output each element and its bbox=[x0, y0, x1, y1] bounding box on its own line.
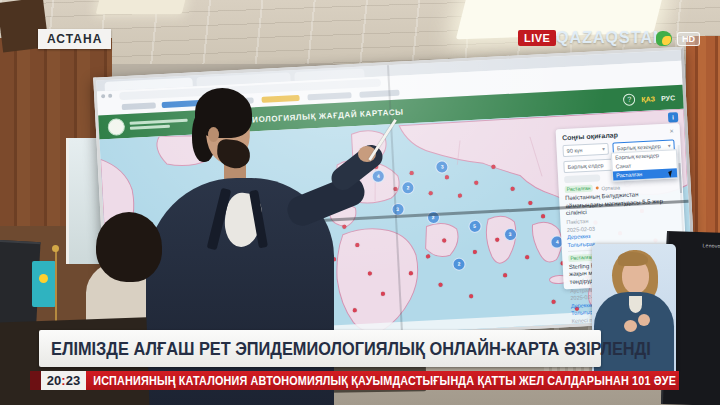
cluster-marker[interactable]: 5 bbox=[468, 219, 482, 233]
org-text-line bbox=[130, 119, 188, 125]
interpreter-hair-fringe bbox=[618, 252, 648, 266]
close-icon[interactable]: × bbox=[670, 127, 674, 134]
event-dot-marker[interactable] bbox=[381, 292, 385, 296]
ticker-clock: 20:23 bbox=[41, 371, 86, 390]
event-dot-marker[interactable] bbox=[528, 201, 532, 205]
event-dot-marker[interactable] bbox=[491, 165, 495, 169]
event-dot-marker[interactable] bbox=[410, 171, 414, 175]
headline-bar: ЕЛІМІЗДЕ АЛҒАШ РЕТ ЭПИДЕМИОЛОГИЯЛЫҚ ОНЛА… bbox=[39, 330, 601, 367]
presenter-hair bbox=[195, 88, 252, 138]
broadcast-frame: ЭПИДЕМИОЛОГИЯЛЫҚ ЖАҒДАЙ КАРТАСЫ ? ҚАЗ РУ… bbox=[0, 0, 720, 405]
ticker-left-cap bbox=[30, 371, 41, 390]
event-dot-marker[interactable] bbox=[469, 294, 473, 298]
org-text-line bbox=[130, 125, 170, 130]
clock-minutes: 23 bbox=[66, 373, 80, 388]
back-icon[interactable] bbox=[101, 94, 105, 98]
kazakhstan-flag bbox=[32, 261, 56, 307]
chevron-down-icon: ▾ bbox=[602, 144, 605, 154]
event-dot-marker[interactable] bbox=[352, 308, 356, 312]
clock-hours: 20 bbox=[47, 373, 61, 388]
bookmark-item[interactable] bbox=[261, 95, 299, 103]
channel-logo-text: QAZAQSTAN bbox=[556, 28, 666, 48]
monitor-brand-label: Lenovo bbox=[702, 242, 720, 249]
event-dot-marker[interactable] bbox=[525, 255, 529, 259]
period-value: 90 күн bbox=[567, 147, 583, 154]
channel-bird-icon bbox=[656, 31, 672, 46]
cluster-marker[interactable]: 2 bbox=[401, 181, 415, 195]
site-org-text bbox=[129, 117, 188, 132]
event-item[interactable]: Расталған Орташа Пәкістанның Бәлуджистан… bbox=[565, 180, 680, 247]
event-dot-marker[interactable] bbox=[355, 243, 359, 247]
severity-dot-icon bbox=[595, 186, 598, 189]
flag-pole-finial bbox=[52, 245, 59, 252]
event-dot-marker[interactable] bbox=[458, 194, 462, 198]
event-dot-marker[interactable] bbox=[472, 249, 476, 253]
cluster-marker[interactable]: 3 bbox=[435, 160, 449, 174]
event-category: Орташа bbox=[601, 184, 620, 191]
interpreter-hand bbox=[638, 314, 650, 326]
cluster-marker[interactable]: 2 bbox=[452, 258, 466, 272]
event-dot-marker[interactable] bbox=[428, 191, 432, 195]
event-dot-marker[interactable] bbox=[495, 238, 499, 242]
interpreter-blouse bbox=[629, 296, 642, 313]
event-dot-marker[interactable] bbox=[503, 273, 507, 277]
event-dot-marker[interactable] bbox=[475, 180, 479, 184]
event-dot-marker[interactable] bbox=[368, 272, 372, 276]
help-icon[interactable]: ? bbox=[623, 93, 636, 106]
event-dot-marker[interactable] bbox=[551, 300, 555, 304]
lang-kaz-button[interactable]: ҚАЗ bbox=[641, 95, 655, 103]
country-value: Барлық елдер bbox=[567, 162, 603, 170]
event-dot-marker[interactable] bbox=[442, 239, 446, 243]
event-dot-marker[interactable] bbox=[409, 272, 413, 276]
filter-chip bbox=[564, 174, 600, 183]
cluster-marker[interactable]: 4 bbox=[371, 170, 385, 184]
seated-woman-hair bbox=[96, 212, 162, 282]
dropdown-option-highlighted[interactable]: Расталған bbox=[613, 168, 677, 180]
site-logo-icon bbox=[107, 118, 125, 136]
location-badge: АСТАНА bbox=[38, 29, 111, 49]
event-dot-marker[interactable] bbox=[445, 176, 449, 180]
forward-icon[interactable] bbox=[108, 94, 112, 98]
event-dot-marker[interactable] bbox=[439, 283, 443, 287]
flag-sun-emblem bbox=[39, 274, 48, 283]
site-header-right: ? ҚАЗ РУС bbox=[623, 85, 676, 112]
lang-rus-button[interactable]: РУС bbox=[661, 94, 675, 102]
cluster-marker[interactable]: 3 bbox=[503, 228, 517, 242]
channel-bird-wing bbox=[662, 36, 671, 45]
panel-scrollbar-thumb[interactable] bbox=[679, 163, 683, 193]
bookmark-item[interactable] bbox=[307, 92, 351, 100]
event-dot-marker[interactable] bbox=[510, 187, 514, 191]
hd-badge: HD bbox=[677, 32, 700, 46]
headline-text: ЕЛІМІЗДЕ АЛҒАШ РЕТ ЭПИДЕМИОЛОГИЯЛЫҚ ОНЛА… bbox=[39, 330, 651, 367]
news-ticker: ИСПАНИЯНЫҢ КАТАЛОНИЯ АВТОНОМИЯЛЫҚ ҚАУЫМД… bbox=[86, 371, 679, 390]
live-badge: LIVE bbox=[518, 30, 556, 46]
source-dropdown-list: Барлық кезеңдер Санат Расталған bbox=[611, 149, 678, 181]
status-badge: Расталған bbox=[565, 185, 593, 193]
map-info-button[interactable]: i bbox=[668, 112, 679, 123]
event-dot-marker[interactable] bbox=[541, 215, 545, 219]
ticker-text: ИСПАНИЯНЫҢ КАТАЛОНИЯ АВТОНОМИЯЛЫҚ ҚАУЫМД… bbox=[86, 372, 679, 390]
bookmark-item[interactable] bbox=[122, 102, 156, 110]
bookmark-item[interactable] bbox=[359, 90, 399, 98]
period-select[interactable]: 90 күн ▾ bbox=[562, 143, 609, 157]
event-dot-marker[interactable] bbox=[426, 254, 430, 258]
ceiling-light-panel-small bbox=[96, 0, 186, 14]
event-dot-marker[interactable] bbox=[342, 225, 346, 229]
presenter-ear bbox=[208, 127, 219, 142]
